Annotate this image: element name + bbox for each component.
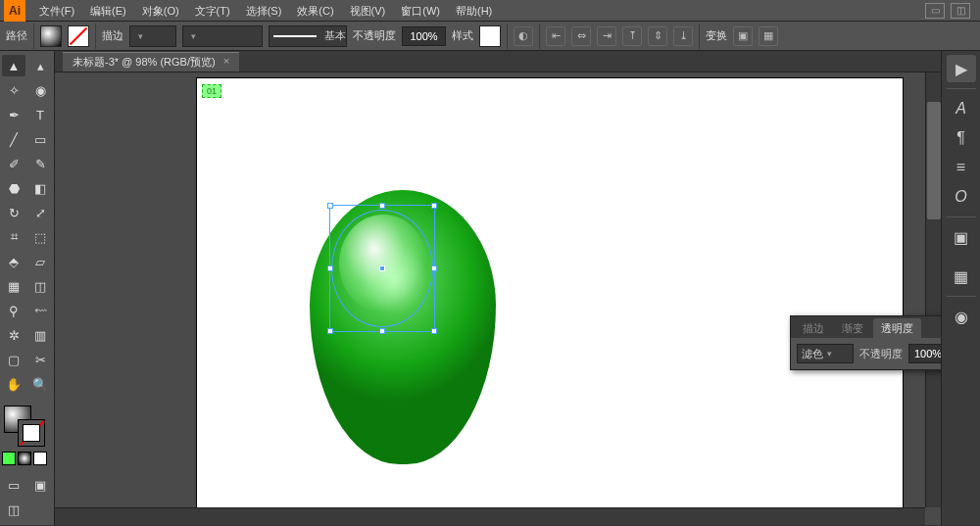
screen-mode-normal[interactable]: ▭ <box>2 474 25 496</box>
eraser-tool[interactable]: ◧ <box>28 177 52 199</box>
arrange-icon[interactable]: ▦ <box>759 26 778 46</box>
panel-tab-transparency[interactable]: 透明度 <box>873 318 921 338</box>
canvas[interactable]: 01 描边 渐变 透明度 ▸▸ ≡ <box>55 72 941 525</box>
gradient-tool[interactable]: ◫ <box>28 275 52 297</box>
scale-tool[interactable]: ⤢ <box>28 202 52 223</box>
menu-help[interactable]: 帮助(H) <box>448 0 500 22</box>
scrollbar-vertical[interactable] <box>925 72 941 507</box>
color-mode-row <box>2 452 52 465</box>
zoom-tool[interactable]: 🔍 <box>28 373 52 395</box>
stroke-weight-select[interactable] <box>129 25 176 47</box>
dock-paragraph-icon[interactable]: ¶ <box>947 124 976 152</box>
align-middle-icon[interactable]: ⇕ <box>648 26 667 46</box>
screen-mode-full[interactable]: ▣ <box>28 474 52 496</box>
align-right-icon[interactable]: ⇥ <box>597 26 616 46</box>
options-bar: 路径 描边 基本 不透明度 样式 ◐ ⇤ ⇔ ⇥ ⤒ ⇕ ⤓ 变换 ▣ ▦ <box>0 22 980 51</box>
brush-select[interactable]: 基本 <box>269 25 347 47</box>
shape-highlight[interactable] <box>339 215 427 312</box>
align-center-icon[interactable]: ⇔ <box>571 26 591 46</box>
document-area: 未标题-3* @ 98% (RGB/预览) × 01 <box>55 51 941 525</box>
free-transform-tool[interactable]: ⬚ <box>28 226 52 248</box>
selection-type-label: 路径 <box>6 28 27 43</box>
eyedropper-tool[interactable]: ⚲ <box>2 300 25 321</box>
app-logo: Ai <box>4 0 25 22</box>
stroke-swatch[interactable] <box>68 25 89 47</box>
color-mode-solid[interactable] <box>2 452 16 465</box>
menu-file[interactable]: 文件(F) <box>31 0 82 22</box>
slice-tool[interactable]: ✂ <box>28 349 52 370</box>
dock-play-icon[interactable]: ▶ <box>947 55 976 82</box>
panel-tabs: 描边 渐变 透明度 ▸▸ ≡ <box>791 316 941 338</box>
style-label: 样式 <box>452 28 473 43</box>
right-dock: ▶ A ¶ ≡ O ▣ ▦ ◉ <box>941 51 980 525</box>
artboard-tool[interactable]: ▢ <box>2 349 25 370</box>
transform-link[interactable]: 变换 <box>706 28 727 43</box>
width-tool[interactable]: ⌗ <box>2 226 25 248</box>
line-tool[interactable]: ╱ <box>2 128 25 150</box>
hand-tool[interactable]: ✋ <box>2 373 25 395</box>
scrollbar-thumb[interactable] <box>927 102 941 219</box>
dock-character-icon[interactable]: A <box>947 95 976 122</box>
rectangle-tool[interactable]: ▭ <box>28 128 52 150</box>
style-swatch[interactable] <box>479 25 501 47</box>
isolate-icon[interactable]: ▣ <box>733 26 753 46</box>
dock-swatches-icon[interactable]: ▦ <box>947 263 976 290</box>
artboard[interactable] <box>197 78 903 525</box>
blob-brush-tool[interactable]: ⬣ <box>2 177 25 199</box>
direct-selection-tool[interactable]: ▴ <box>28 55 52 76</box>
menu-effect[interactable]: 效果(C) <box>289 0 341 22</box>
symbol-sprayer-tool[interactable]: ✲ <box>2 324 25 346</box>
type-tool[interactable]: T <box>28 104 52 125</box>
artboard-tag: 01 <box>202 84 221 98</box>
panel-opacity-input[interactable] <box>908 344 941 363</box>
dock-appearance-icon[interactable]: ◉ <box>947 303 976 330</box>
menubar: Ai 文件(F) 编辑(E) 对象(O) 文字(T) 选择(S) 效果(C) 视… <box>0 0 980 22</box>
variable-width-select[interactable] <box>182 25 263 47</box>
blend-mode-select[interactable]: 滤色 <box>797 344 854 363</box>
transparency-panel[interactable]: 描边 渐变 透明度 ▸▸ ≡ 滤色 不透明度 ▾ <box>790 315 941 370</box>
align-bottom-icon[interactable]: ⤓ <box>673 26 693 46</box>
pencil-tool[interactable]: ✎ <box>28 153 52 174</box>
selection-tool[interactable]: ▲ <box>2 55 25 76</box>
mesh-tool[interactable]: ▦ <box>2 275 25 297</box>
opacity-label[interactable]: 不透明度 <box>353 28 396 43</box>
fill-swatch[interactable] <box>40 25 62 47</box>
menu-select[interactable]: 选择(S) <box>238 0 290 22</box>
rotate-tool[interactable]: ↻ <box>2 202 25 223</box>
opacity-input[interactable] <box>402 26 446 46</box>
layout-toggle-icon[interactable]: ▭ <box>925 3 945 19</box>
layout-split-icon[interactable]: ◫ <box>951 3 970 19</box>
menu-view[interactable]: 视图(V) <box>342 0 394 22</box>
lasso-tool[interactable]: ◉ <box>28 79 52 101</box>
menu-object[interactable]: 对象(O) <box>134 0 187 22</box>
document-tab[interactable]: 未标题-3* @ 98% (RGB/预览) × <box>63 52 239 72</box>
panel-opacity-label: 不透明度 <box>859 347 903 361</box>
dock-pathfinder-icon[interactable]: ▣ <box>947 223 976 251</box>
graph-tool[interactable]: ▥ <box>28 324 52 346</box>
perspective-tool[interactable]: ▱ <box>28 251 52 272</box>
color-mode-gradient[interactable] <box>18 452 31 465</box>
draw-mode-icon[interactable]: ◫ <box>2 499 25 520</box>
magic-wand-tool[interactable]: ✧ <box>2 79 25 101</box>
dock-opentype-icon[interactable]: O <box>947 183 976 211</box>
panel-tab-gradient[interactable]: 渐变 <box>834 318 871 338</box>
stroke-color-swatch[interactable] <box>18 419 45 447</box>
scrollbar-horizontal[interactable] <box>55 507 925 525</box>
blend-tool[interactable]: ⬳ <box>28 300 52 321</box>
close-tab-icon[interactable]: × <box>223 55 229 70</box>
shape-builder-tool[interactable]: ⬘ <box>2 251 25 272</box>
color-mode-none[interactable] <box>33 452 47 465</box>
menu-edit[interactable]: 编辑(E) <box>82 0 134 22</box>
menu-window[interactable]: 窗口(W) <box>393 0 448 22</box>
align-top-icon[interactable]: ⤒ <box>622 26 642 46</box>
dock-align-icon[interactable]: ≡ <box>947 154 976 181</box>
recolor-icon[interactable]: ◐ <box>514 26 533 46</box>
panel-tab-stroke[interactable]: 描边 <box>795 318 832 338</box>
fill-stroke-control[interactable] <box>2 406 52 445</box>
menu-type[interactable]: 文字(T) <box>187 0 238 22</box>
align-left-icon[interactable]: ⇤ <box>546 26 565 46</box>
toolbox: ▲▴ ✧◉ ✒T ╱▭ ✐✎ ⬣◧ ↻⤢ ⌗⬚ ⬘▱ ▦◫ ⚲⬳ ✲▥ ▢✂ ✋… <box>0 51 55 525</box>
pen-tool[interactable]: ✒ <box>2 104 25 125</box>
brush-label: 基本 <box>324 28 346 43</box>
paintbrush-tool[interactable]: ✐ <box>2 153 25 174</box>
